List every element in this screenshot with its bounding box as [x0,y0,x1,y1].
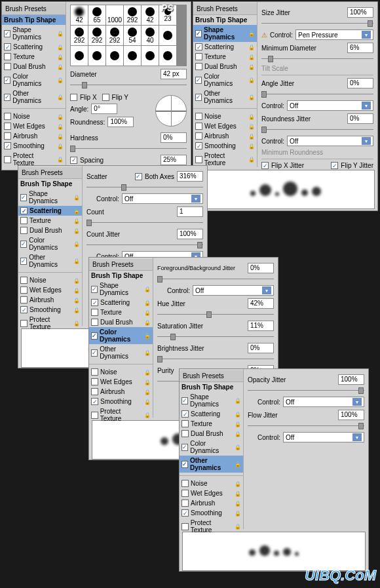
shape-dynamics-panel: Brush Presets Brush Tip Shape Shape Dyna… [193,1,378,211]
bright-jitter-field[interactable]: 0% [248,343,274,353]
shape-dynamics[interactable]: Shape Dynamics [2,25,66,42]
color-dynamics[interactable]: Color Dynamics [2,71,66,88]
flow-jitter-field[interactable]: 100% [338,410,364,420]
roundness-jitter-field[interactable]: 0% [347,113,373,124]
angle-field[interactable]: 0° [91,104,117,114]
preset-list: Brush Presets Brush Tip Shape Shape Dyna… [2,2,66,170]
sat-jitter-field[interactable]: 11% [248,321,274,331]
other-dynamics[interactable]: Other Dynamics [2,88,66,106]
hardness-slider[interactable] [70,146,187,152]
watermark-top: PS [161,3,174,13]
texture[interactable]: Texture [2,52,66,62]
min-diameter-field[interactable]: 6% [347,43,373,53]
brush-grid[interactable]: 42 65 1000 292 42 23 292 292 292 54 40 [70,5,187,66]
brush-preview [182,532,366,571]
diameter-field[interactable]: 42 px [161,69,187,79]
preset-list: Brush Presets Brush Tip Shape Shape Dyna… [193,2,257,167]
noise[interactable]: Noise [2,111,66,121]
other-dynamics-panel: Brush Presets Brush Tip Shape Shape Dyna… [179,368,369,572]
opacity-jitter-field[interactable]: 100% [338,374,364,385]
scatter-field[interactable]: 316% [177,171,203,182]
presets-header[interactable]: Brush Presets [2,3,66,15]
scattering[interactable]: Scattering [2,42,66,52]
fgbg-jitter-field[interactable]: 0% [248,263,274,273]
angle-jitter-field[interactable]: 0% [347,78,373,88]
wet-edges[interactable]: Wet Edges [2,121,66,131]
size-jitter-field[interactable]: 100% [347,7,373,18]
warning-icon: ⚠ [261,31,267,39]
dual-brush[interactable]: Dual Brush [2,62,66,71]
spacing-field[interactable]: 25% [161,155,187,165]
checkbox-icon[interactable] [4,30,10,37]
control-select[interactable]: Pen Pressure▾ [295,29,373,40]
roundness-field[interactable]: 100% [107,117,134,127]
hue-jitter-field[interactable]: 42% [248,298,274,309]
angle-widget[interactable] [155,95,187,127]
diameter-slider[interactable] [70,82,187,88]
brush-tip-shape[interactable]: Brush Tip Shape [2,15,66,25]
airbrush[interactable]: Airbrush [2,131,66,141]
brush-preview [196,170,375,209]
hardness-field[interactable]: 0% [161,132,187,143]
tip-settings: 42 65 1000 292 42 23 292 292 292 54 40 D… [66,2,191,170]
diameter-label: Diameter [70,71,97,78]
smoothing[interactable]: Smoothing [2,141,66,151]
lock-icon [57,30,64,37]
brush-tip-panel: Brush Presets Brush Tip Shape Shape Dyna… [1,1,191,170]
watermark-bottom: UiBQ.CoM [305,567,376,584]
count-field[interactable]: 1 [177,206,203,217]
count-jitter-field[interactable]: 100% [177,229,203,239]
